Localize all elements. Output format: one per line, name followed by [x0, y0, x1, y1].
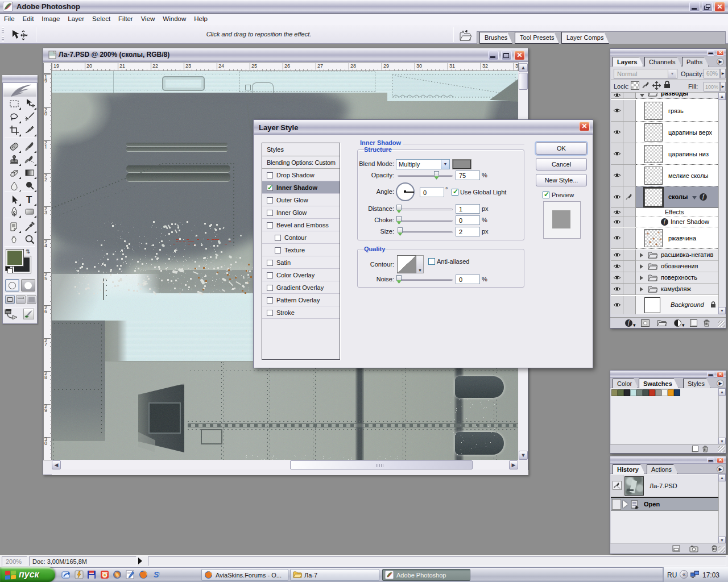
svg-text:S: S: [154, 570, 159, 579]
svg-text:T: T: [26, 194, 32, 205]
